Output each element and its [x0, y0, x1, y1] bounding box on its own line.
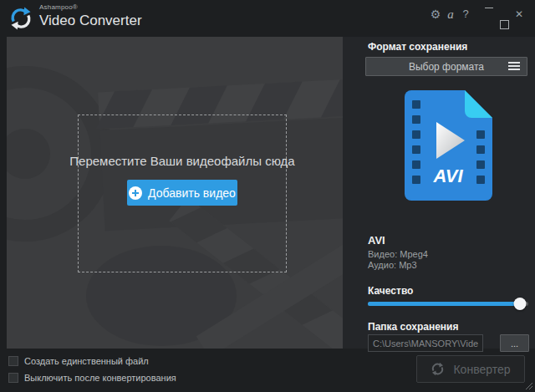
slider-knob[interactable]	[514, 298, 527, 310]
format-section-header: Формат сохранения	[368, 41, 467, 53]
drop-target-area[interactable]: Переместите Ваши видеофайлы сюда Добавит…	[78, 115, 287, 272]
help-icon[interactable]: ?	[458, 4, 473, 24]
settings-gear-icon[interactable]: ⚙	[428, 4, 443, 24]
shutdown-label: Выключить после конвертирования	[24, 373, 176, 383]
add-video-button[interactable]: Добавить видео	[127, 180, 237, 206]
shutdown-checkbox-row[interactable]: Выключить после конвертирования	[8, 373, 176, 383]
window-controls: ⚙ a ? ✕	[428, 4, 527, 24]
close-icon[interactable]: ✕	[512, 4, 527, 24]
slider-fill	[368, 302, 520, 306]
convert-button[interactable]: Конвертер	[416, 355, 525, 383]
video-codec-info: Видео: Mpeg4	[368, 249, 428, 259]
brand: Ashampoo® Video Converter	[39, 4, 142, 28]
drop-hint-text: Переместите Ваши видеофайлы сюда	[45, 154, 319, 168]
titlebar: Ashampoo® Video Converter ⚙ a ? ✕	[0, 0, 535, 37]
menu-hamburger-icon	[508, 62, 520, 72]
add-video-label: Добавить видео	[148, 186, 236, 200]
shutdown-checkbox[interactable]	[8, 373, 18, 383]
format-select-label: Выбор формата	[409, 61, 484, 73]
convert-button-label: Конвертер	[453, 363, 510, 376]
brand-company: Ashampoo®	[39, 4, 142, 11]
quality-slider[interactable]	[368, 298, 528, 310]
format-select-button[interactable]: Выбор формата	[365, 57, 527, 76]
video-list-panel: Переместите Ваши видеофайлы сюда Добавит…	[7, 37, 343, 349]
footer-bar: Создать единственный файл Выключить посл…	[0, 349, 535, 392]
single-file-label: Создать единственный файл	[24, 356, 149, 366]
quality-section-header: Качество	[368, 285, 413, 297]
folder-section-header: Папка сохранения	[368, 321, 459, 333]
single-file-checkbox-row[interactable]: Создать единственный файл	[8, 356, 149, 366]
language-icon[interactable]: a	[443, 4, 458, 24]
single-file-checkbox[interactable]	[8, 356, 18, 366]
format-sidebar: Формат сохранения Выбор формата	[343, 37, 535, 349]
selected-format-name: AVI	[368, 234, 385, 247]
file-icon-format-label: AVI	[432, 165, 463, 186]
app-window: Ashampoo® Video Converter ⚙ a ? ✕	[0, 0, 535, 392]
app-title: Video Converter	[39, 13, 142, 28]
resize-grip[interactable]	[523, 380, 533, 390]
app-logo-sync-icon	[8, 6, 33, 31]
audio-codec-info: Аудио: Mp3	[368, 260, 417, 270]
avi-file-icon: AVI	[405, 90, 492, 201]
plus-circle-icon	[129, 186, 142, 200]
convert-sync-icon	[431, 362, 445, 376]
